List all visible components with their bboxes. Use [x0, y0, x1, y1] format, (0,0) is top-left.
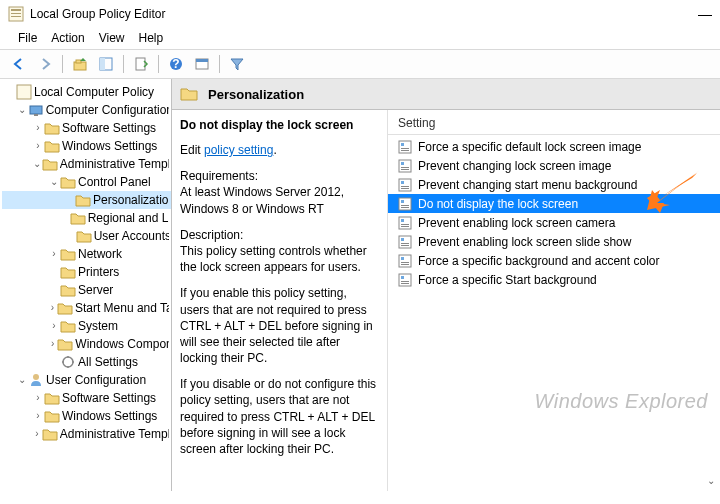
svg-rect-20 — [401, 148, 409, 149]
description-p3: If you disable or do not configure this … — [180, 376, 377, 457]
policy-icon — [398, 178, 412, 192]
policy-icon — [398, 197, 412, 211]
tree-admin-templates[interactable]: ⌄Administrative Templates — [2, 155, 171, 173]
policy-icon — [398, 254, 412, 268]
tree-network[interactable]: ›Network — [2, 245, 171, 263]
svg-rect-18 — [399, 141, 411, 153]
svg-rect-3 — [11, 16, 21, 17]
toolbar-separator — [123, 55, 124, 73]
tree-root[interactable]: Local Computer Policy — [2, 83, 171, 101]
tree-user-accounts[interactable]: User Accounts — [2, 227, 171, 245]
export-button[interactable] — [129, 52, 153, 76]
expand-icon[interactable]: › — [32, 425, 42, 443]
show-hide-button[interactable] — [94, 52, 118, 76]
list-item[interactable]: Force a specific background and accent c… — [388, 251, 720, 270]
list-item[interactable]: Prevent changing start menu background — [388, 175, 720, 194]
requirements: Requirements:At least Windows Server 201… — [180, 168, 377, 217]
tree-pane[interactable]: Local Computer Policy ⌄Computer Configur… — [0, 79, 172, 491]
policy-setting-link[interactable]: policy setting — [204, 143, 273, 157]
menu-action[interactable]: Action — [51, 31, 84, 45]
expand-icon[interactable]: ⌄ — [48, 173, 60, 191]
tree-windows-settings[interactable]: ›Windows Settings — [2, 137, 171, 155]
svg-rect-44 — [401, 262, 409, 263]
svg-rect-1 — [11, 9, 21, 11]
svg-rect-33 — [401, 207, 409, 208]
description-pane: Do not display the lock screen Edit poli… — [172, 110, 388, 491]
tree-system[interactable]: ›System — [2, 317, 171, 335]
svg-rect-32 — [401, 205, 409, 206]
expand-icon[interactable]: ⌄ — [16, 101, 28, 119]
tree-regional[interactable]: Regional and Language Options — [2, 209, 171, 227]
expand-icon[interactable]: ⌄ — [16, 371, 28, 389]
tree-control-panel[interactable]: ⌄Control Panel — [2, 173, 171, 191]
policy-icon — [398, 159, 412, 173]
expand-icon[interactable]: › — [48, 245, 60, 263]
svg-rect-12 — [196, 59, 208, 62]
menubar: File Action View Help — [0, 27, 720, 49]
svg-rect-27 — [401, 181, 404, 184]
expand-icon[interactable]: › — [48, 335, 57, 353]
main-split: Local Computer Policy ⌄Computer Configur… — [0, 79, 720, 491]
tree-personalization[interactable]: Personalization — [2, 191, 171, 209]
list-item[interactable]: Force a specific Start background — [388, 270, 720, 289]
policy-icon — [398, 216, 412, 230]
svg-rect-36 — [401, 224, 409, 225]
back-button[interactable] — [7, 52, 31, 76]
svg-text:?: ? — [172, 57, 179, 71]
svg-rect-22 — [399, 160, 411, 172]
toolbar-separator — [158, 55, 159, 73]
settings-list[interactable]: Setting Force a specific default lock sc… — [388, 110, 720, 491]
menu-view[interactable]: View — [99, 31, 125, 45]
tree-windows-settings-2[interactable]: ›Windows Settings — [2, 407, 171, 425]
scroll-down-icon[interactable]: ⌄ — [704, 475, 718, 489]
svg-rect-8 — [136, 58, 145, 70]
expand-icon[interactable]: › — [32, 389, 44, 407]
tree-computer-config[interactable]: ⌄Computer Configuration — [2, 101, 171, 119]
svg-rect-29 — [401, 188, 409, 189]
svg-rect-37 — [401, 226, 409, 227]
svg-rect-24 — [401, 167, 409, 168]
svg-rect-25 — [401, 169, 409, 170]
tree-all-settings[interactable]: All Settings — [2, 353, 171, 371]
tree-user-config[interactable]: ⌄User Configuration — [2, 371, 171, 389]
tree-software-settings-2[interactable]: ›Software Settings — [2, 389, 171, 407]
expand-icon[interactable]: › — [32, 119, 44, 137]
expand-icon[interactable]: ⌄ — [32, 155, 42, 173]
body-split: Do not display the lock screen Edit poli… — [172, 110, 720, 491]
list-item[interactable]: Force a specific default lock screen ima… — [388, 137, 720, 156]
up-button[interactable] — [68, 52, 92, 76]
tree-windows-components[interactable]: ›Windows Components — [2, 335, 171, 353]
app-icon — [8, 6, 24, 22]
svg-rect-43 — [401, 257, 404, 260]
list-item[interactable]: Prevent enabling lock screen camera — [388, 213, 720, 232]
svg-rect-19 — [401, 143, 404, 146]
toolbar-separator — [219, 55, 220, 73]
expand-icon[interactable]: › — [48, 299, 57, 317]
column-header-setting[interactable]: Setting — [388, 110, 720, 135]
list-item-selected[interactable]: Do not display the lock screen — [388, 194, 720, 213]
list-item[interactable]: Prevent changing lock screen image — [388, 156, 720, 175]
expand-icon[interactable]: › — [48, 317, 60, 335]
filter-button[interactable] — [225, 52, 249, 76]
menu-file[interactable]: File — [18, 31, 37, 45]
svg-rect-15 — [34, 114, 38, 116]
tree-server[interactable]: Server — [2, 281, 171, 299]
tree-start-menu[interactable]: ›Start Menu and Taskbar — [2, 299, 171, 317]
svg-rect-39 — [401, 238, 404, 241]
svg-rect-34 — [399, 217, 411, 229]
tree-software-settings[interactable]: ›Software Settings — [2, 119, 171, 137]
menu-help[interactable]: Help — [139, 31, 164, 45]
help-button[interactable]: ? — [164, 52, 188, 76]
tree-printers[interactable]: Printers — [2, 263, 171, 281]
tree-admin-templates-2[interactable]: ›Administrative Templates — [2, 425, 171, 443]
description-p2: If you enable this policy setting, users… — [180, 285, 377, 366]
svg-rect-35 — [401, 219, 404, 222]
properties-button[interactable] — [190, 52, 214, 76]
svg-rect-40 — [401, 243, 409, 244]
list-item[interactable]: Prevent enabling lock screen slide show — [388, 232, 720, 251]
minimize-button[interactable]: — — [672, 6, 712, 22]
setting-title: Do not display the lock screen — [180, 118, 377, 132]
forward-button[interactable] — [33, 52, 57, 76]
expand-icon[interactable]: › — [32, 137, 44, 155]
expand-icon[interactable]: › — [32, 407, 44, 425]
